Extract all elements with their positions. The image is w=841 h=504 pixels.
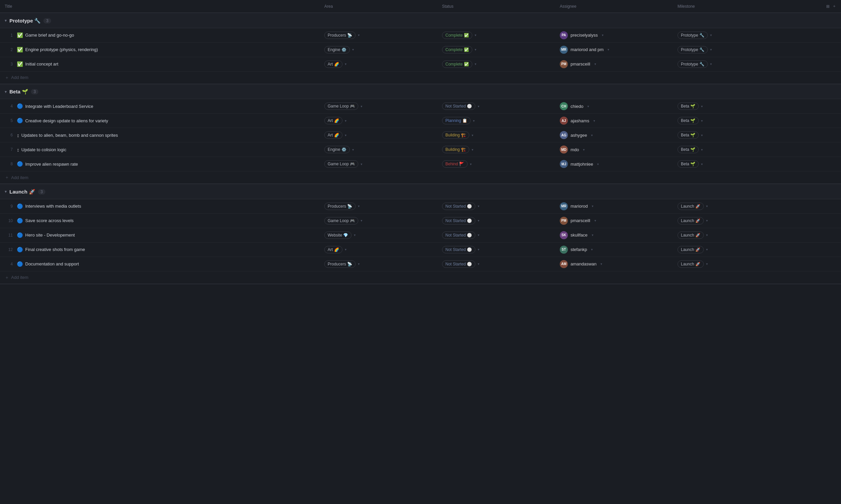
status-dropdown-arrow[interactable]: ▾ bbox=[478, 233, 479, 237]
status-dropdown-arrow[interactable]: ▾ bbox=[475, 33, 476, 37]
area-pill[interactable]: Art 🌈 bbox=[324, 117, 342, 124]
area-dropdown-arrow[interactable]: ▾ bbox=[358, 262, 360, 266]
area-pill[interactable]: Art 🌈 bbox=[324, 60, 342, 68]
area-pill[interactable]: Art 🌈 bbox=[324, 131, 342, 139]
milestone-pill[interactable]: Beta 🌱 bbox=[677, 117, 699, 124]
status-dropdown-arrow[interactable]: ▾ bbox=[478, 219, 479, 222]
assignee-dropdown-arrow[interactable]: ▾ bbox=[595, 62, 596, 66]
status-pill[interactable]: Not Started ⚪ bbox=[442, 217, 475, 224]
status-pill[interactable]: Complete ✅ bbox=[442, 60, 472, 68]
milestone-dropdown-arrow[interactable]: ▾ bbox=[706, 233, 708, 237]
area-dropdown-arrow[interactable]: ▾ bbox=[358, 204, 360, 208]
area-dropdown-arrow[interactable]: ▾ bbox=[345, 133, 346, 137]
milestone-pill[interactable]: Beta 🌱 bbox=[677, 160, 699, 168]
assignee-dropdown-arrow[interactable]: ▾ bbox=[602, 33, 603, 37]
milestone-dropdown-arrow[interactable]: ▾ bbox=[701, 162, 703, 166]
group-toggle[interactable]: ▾ Launch 🚀 3 bbox=[5, 189, 46, 195]
status-pill[interactable]: Not Started ⚪ bbox=[442, 203, 475, 210]
assignee-dropdown-arrow[interactable]: ▾ bbox=[587, 105, 589, 108]
area-pill[interactable]: Engine ⚙️ bbox=[324, 146, 350, 153]
area-pill[interactable]: Game Loop 🎮 bbox=[324, 103, 358, 110]
area-dropdown-arrow[interactable]: ▾ bbox=[354, 233, 356, 237]
layout-icon[interactable]: ⊞ bbox=[826, 4, 829, 9]
status-dropdown-arrow[interactable]: ▾ bbox=[478, 105, 479, 108]
add-column-icon[interactable]: ＋ bbox=[832, 3, 836, 9]
milestone-dropdown-arrow[interactable]: ▾ bbox=[710, 33, 712, 37]
assignee-dropdown-arrow[interactable]: ▾ bbox=[591, 248, 593, 251]
status-pill[interactable]: Building 🏗️ bbox=[442, 131, 469, 139]
area-dropdown-arrow[interactable]: ▾ bbox=[361, 105, 362, 108]
add-item-button[interactable]: ＋ Add item bbox=[5, 274, 836, 281]
milestone-dropdown-arrow[interactable]: ▾ bbox=[710, 62, 712, 66]
area-dropdown-arrow[interactable]: ▾ bbox=[358, 33, 360, 37]
milestone-dropdown-arrow[interactable]: ▾ bbox=[710, 48, 712, 51]
milestone-dropdown-arrow[interactable]: ▾ bbox=[701, 148, 703, 151]
milestone-dropdown-arrow[interactable]: ▾ bbox=[701, 119, 703, 123]
assignee-dropdown-arrow[interactable]: ▾ bbox=[600, 262, 602, 266]
milestone-pill[interactable]: Launch 🚀 bbox=[677, 203, 704, 210]
milestone-pill[interactable]: Beta 🌱 bbox=[677, 146, 699, 153]
milestone-pill[interactable]: Beta 🌱 bbox=[677, 131, 699, 139]
status-dropdown-arrow[interactable]: ▾ bbox=[471, 148, 473, 151]
status-pill[interactable]: Behind 🚩 bbox=[442, 160, 468, 168]
area-pill[interactable]: Producers 📡 bbox=[324, 203, 356, 210]
area-pill[interactable]: Game Loop 🎮 bbox=[324, 217, 358, 224]
area-pill[interactable]: Engine ⚙️ bbox=[324, 46, 350, 53]
status-pill[interactable]: Not Started ⚪ bbox=[442, 103, 475, 110]
milestone-dropdown-arrow[interactable]: ▾ bbox=[701, 133, 703, 137]
status-dropdown-arrow[interactable]: ▾ bbox=[478, 248, 479, 251]
milestone-pill[interactable]: Launch 🚀 bbox=[677, 217, 704, 224]
assignee-cell: PA preciselyalyss ▾ bbox=[555, 28, 673, 42]
milestone-dropdown-arrow[interactable]: ▾ bbox=[701, 105, 703, 108]
assignee-dropdown-arrow[interactable]: ▾ bbox=[594, 119, 595, 123]
status-dropdown-arrow[interactable]: ▾ bbox=[471, 133, 473, 137]
area-pill[interactable]: Producers 📡 bbox=[324, 32, 356, 39]
milestone-pill[interactable]: Prototype 🔧 bbox=[677, 32, 708, 39]
add-item-button[interactable]: ＋ Add item bbox=[5, 174, 836, 180]
add-item-button[interactable]: ＋ Add item bbox=[5, 75, 836, 80]
milestone-dropdown-arrow[interactable]: ▾ bbox=[706, 248, 708, 251]
status-pill[interactable]: Complete ✅ bbox=[442, 46, 472, 53]
area-dropdown-arrow[interactable]: ▾ bbox=[345, 62, 346, 66]
milestone-pill[interactable]: Beta 🌱 bbox=[677, 103, 699, 110]
area-dropdown-arrow[interactable]: ▾ bbox=[345, 119, 346, 123]
status-pill[interactable]: Building 🏗️ bbox=[442, 146, 469, 153]
group-toggle[interactable]: ▾ Prototype 🔧 3 bbox=[5, 18, 51, 24]
milestone-pill[interactable]: Prototype 🔧 bbox=[677, 60, 708, 68]
milestone-pill[interactable]: Launch 🚀 bbox=[677, 232, 704, 239]
status-dropdown-arrow[interactable]: ▾ bbox=[475, 48, 476, 51]
status-pill[interactable]: Not Started ⚪ bbox=[442, 260, 475, 268]
assignee-dropdown-arrow[interactable]: ▾ bbox=[592, 233, 594, 237]
assignee-dropdown-arrow[interactable]: ▾ bbox=[607, 48, 609, 51]
area-pill[interactable]: Website 💎 bbox=[324, 232, 351, 239]
area-dropdown-arrow[interactable]: ▾ bbox=[345, 248, 346, 251]
assignee-dropdown-arrow[interactable]: ▾ bbox=[591, 133, 593, 137]
milestone-pill[interactable]: Prototype 🔧 bbox=[677, 46, 708, 53]
milestone-dropdown-arrow[interactable]: ▾ bbox=[706, 219, 708, 222]
area-dropdown-arrow[interactable]: ▾ bbox=[361, 162, 362, 166]
status-dropdown-arrow[interactable]: ▾ bbox=[478, 204, 479, 208]
status-pill[interactable]: Complete ✅ bbox=[442, 32, 472, 39]
area-dropdown-arrow[interactable]: ▾ bbox=[361, 219, 362, 222]
status-pill[interactable]: Not Started ⚪ bbox=[442, 232, 475, 239]
assignee-dropdown-arrow[interactable]: ▾ bbox=[592, 204, 594, 208]
status-pill[interactable]: Planning 📋 bbox=[442, 117, 470, 124]
milestone-pill[interactable]: Launch 🚀 bbox=[677, 246, 704, 253]
milestone-dropdown-arrow[interactable]: ▾ bbox=[706, 204, 708, 208]
status-dropdown-arrow[interactable]: ▾ bbox=[473, 119, 475, 123]
area-dropdown-arrow[interactable]: ▾ bbox=[352, 48, 354, 51]
area-dropdown-arrow[interactable]: ▾ bbox=[352, 148, 354, 151]
area-pill[interactable]: Game Loop 🎮 bbox=[324, 160, 358, 168]
status-dropdown-arrow[interactable]: ▾ bbox=[470, 162, 471, 166]
assignee-dropdown-arrow[interactable]: ▾ bbox=[597, 162, 599, 166]
status-dropdown-arrow[interactable]: ▾ bbox=[475, 62, 476, 66]
group-toggle[interactable]: ▾ Beta 🌱 3 bbox=[5, 89, 38, 95]
milestone-dropdown-arrow[interactable]: ▾ bbox=[706, 262, 708, 266]
assignee-dropdown-arrow[interactable]: ▾ bbox=[595, 219, 596, 222]
milestone-pill[interactable]: Launch 🚀 bbox=[677, 260, 704, 268]
area-pill[interactable]: Producers 📡 bbox=[324, 260, 356, 268]
status-dropdown-arrow[interactable]: ▾ bbox=[478, 262, 479, 266]
area-pill[interactable]: Art 🌈 bbox=[324, 246, 342, 253]
assignee-dropdown-arrow[interactable]: ▾ bbox=[583, 148, 585, 151]
status-pill[interactable]: Not Started ⚪ bbox=[442, 246, 475, 253]
